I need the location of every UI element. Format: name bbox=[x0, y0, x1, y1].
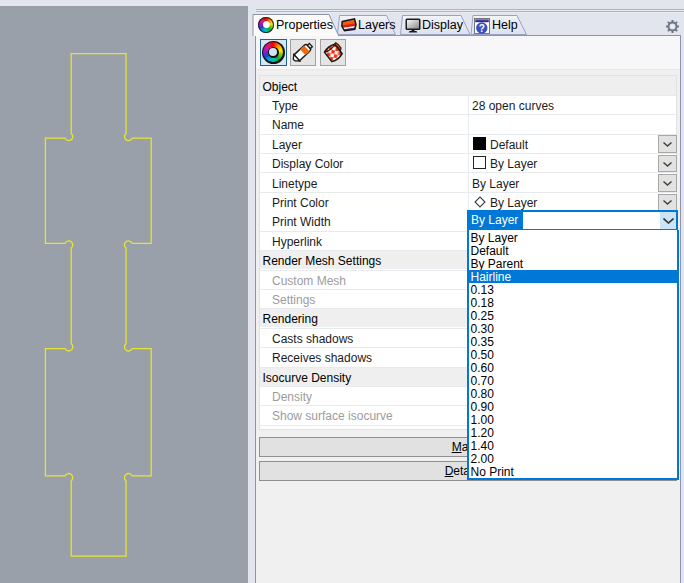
svg-text:?: ? bbox=[479, 23, 485, 34]
